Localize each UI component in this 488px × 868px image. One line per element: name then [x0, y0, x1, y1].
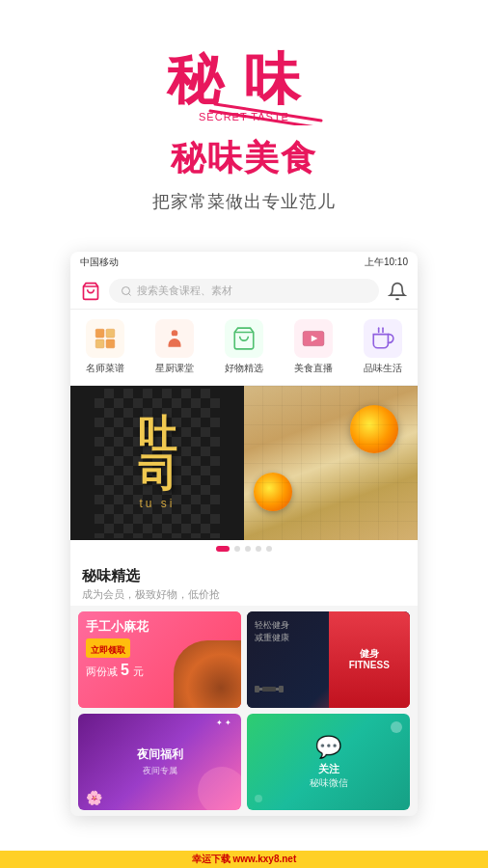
banner-right [244, 386, 418, 540]
logo-container: 秘 味 SECRET TASTE [157, 29, 331, 125]
category-item-4[interactable]: 品味生活 [348, 319, 418, 375]
banner-pinyin: tu si [126, 497, 189, 510]
category-item-1[interactable]: 星厨课堂 [140, 319, 209, 375]
card-0-badge: 立即领取 [91, 645, 125, 655]
app-subtitle: 把家常菜做出专业范儿 [152, 190, 336, 213]
status-right: 上午10:10 [365, 256, 408, 269]
product-grid: 手工小麻花 立即领取 两份减 5 元 健身FITNESS [70, 606, 418, 816]
svg-rect-19 [259, 688, 262, 691]
card-2-title: 夜间福利 [137, 746, 183, 763]
card-0-amount: 5 [121, 662, 129, 678]
svg-text:味: 味 [244, 48, 303, 111]
svg-text:SECRET TASTE: SECRET TASTE [199, 111, 289, 122]
card-0-title: 手工小麻花 [86, 619, 233, 636]
categories: 名师菜谱 星厨课堂 好物精选 [70, 310, 418, 386]
banner-main-text: 吐司 [126, 416, 189, 493]
search-icon [121, 285, 132, 297]
svg-rect-10 [95, 339, 104, 348]
search-placeholder: 搜索美食课程、素材 [137, 284, 232, 298]
dot-1[interactable] [234, 546, 240, 552]
top-section: 秘 味 SECRET TASTE 秘味美食 把家常菜做出专业范儿 [0, 0, 488, 232]
product-card-0[interactable]: 手工小麻花 立即领取 两份减 5 元 [78, 611, 241, 708]
svg-rect-21 [276, 688, 279, 691]
svg-rect-11 [106, 339, 115, 348]
category-item-2[interactable]: 好物精选 [209, 319, 279, 375]
category-label-0: 名师菜谱 [86, 362, 124, 375]
category-label-4: 品味生活 [364, 362, 402, 375]
category-item-3[interactable]: 美食直播 [279, 319, 348, 375]
banner-dots [70, 540, 418, 557]
category-label-2: 好物精选 [225, 362, 263, 375]
banner-image: 吐司 tu si [70, 386, 418, 540]
category-item-0[interactable]: 名师菜谱 [70, 319, 140, 375]
bag-icon[interactable] [80, 281, 101, 302]
phone-mockup: 中国移动 上午10:10 搜索美食课程、素材 [70, 252, 418, 816]
svg-rect-18 [255, 686, 259, 692]
banner[interactable]: 吐司 tu si [70, 386, 418, 540]
banner-left: 吐司 tu si [70, 386, 244, 540]
category-icon-0 [86, 319, 124, 358]
svg-point-6 [122, 286, 130, 294]
svg-text:秘: 秘 [166, 48, 226, 111]
dot-3[interactable] [256, 546, 261, 552]
time-text: 上午10:10 [365, 256, 408, 269]
card-3-title: 关注 [310, 762, 348, 776]
category-icon-4 [364, 319, 402, 358]
category-label-1: 星厨课堂 [155, 362, 194, 375]
card-1-title: 轻松健身减重健康 [255, 619, 320, 643]
dot-2[interactable] [245, 546, 251, 552]
svg-point-12 [172, 330, 178, 337]
section-header: 秘味精选 成为会员，极致好物，低价抢 [70, 557, 418, 606]
category-icon-2 [225, 319, 263, 358]
category-label-3: 美食直播 [294, 362, 333, 375]
category-icon-1 [155, 319, 194, 358]
dumbbell-icon [255, 682, 284, 696]
dot-4[interactable] [266, 546, 272, 552]
card-0-price: 两份减 [86, 665, 121, 677]
carrier-text: 中国移动 [80, 256, 119, 269]
svg-rect-22 [279, 686, 284, 692]
svg-rect-8 [95, 329, 104, 338]
product-card-3[interactable]: 💬 关注 秘味微信 [247, 714, 410, 810]
svg-rect-20 [262, 687, 276, 692]
svg-rect-9 [106, 329, 115, 338]
search-input[interactable]: 搜索美食课程、素材 [109, 279, 379, 303]
category-icon-3 [294, 319, 333, 358]
section-subtitle: 成为会员，极致好物，低价抢 [82, 587, 406, 602]
app-title: 秘味美食 [171, 135, 317, 182]
product-card-2[interactable]: ✦ ✦ 夜间福利 夜间专属 🌸 [78, 714, 241, 810]
bell-icon[interactable] [387, 281, 408, 302]
section-title: 秘味精选 [82, 567, 406, 585]
status-bar: 中国移动 上午10:10 [70, 252, 418, 273]
dot-0[interactable] [216, 546, 230, 552]
svg-line-7 [128, 293, 130, 295]
search-bar: 搜索美食课程、素材 [70, 273, 418, 310]
product-card-1[interactable]: 健身FITNESS 轻松健身减重健康 [247, 611, 410, 708]
